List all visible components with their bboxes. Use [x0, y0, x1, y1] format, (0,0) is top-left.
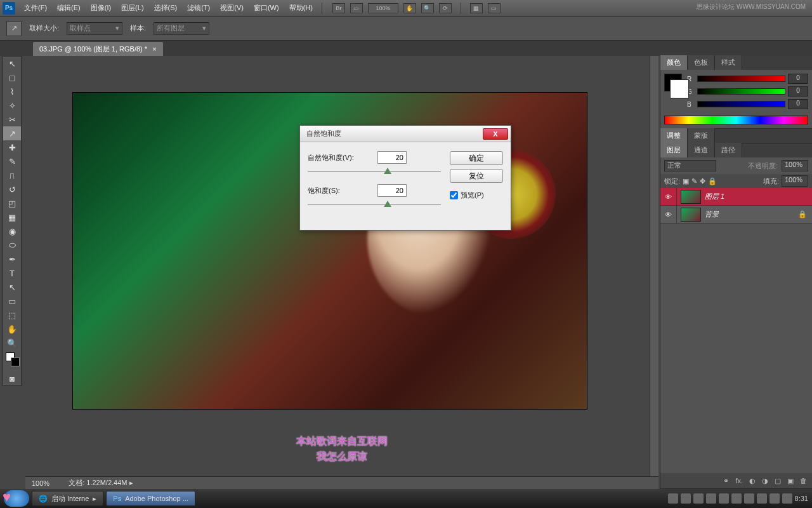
quickmask-icon[interactable]: ◙ [3, 371, 21, 385]
ok-button[interactable]: 确定 [450, 151, 503, 165]
tray-icon[interactable] [744, 493, 754, 504]
menu-help[interactable]: 帮助(H) [284, 1, 318, 15]
menu-image[interactable]: 图像(I) [86, 1, 116, 15]
preview-check-input[interactable] [450, 191, 458, 199]
eyedropper-tool-icon[interactable]: ↗ [6, 21, 22, 36]
menu-filter[interactable]: 滤镜(T) [182, 1, 215, 15]
mask-icon[interactable]: ◐ [749, 477, 756, 485]
menu-select[interactable]: 选择(S) [149, 1, 183, 15]
layer-row[interactable]: 👁 背景 🔒 [660, 206, 812, 224]
zoom-tool-icon[interactable]: 🔍 [3, 336, 21, 350]
fx-icon[interactable]: fx. [735, 477, 743, 485]
tab-masks[interactable]: 蒙版 [688, 128, 715, 143]
3d-tool-icon[interactable]: ⬚ [3, 308, 21, 322]
tray-icon[interactable] [782, 493, 792, 504]
blur-tool-icon[interactable]: ◉ [3, 224, 21, 238]
eyedropper-tool-icon[interactable]: ↗ [3, 126, 21, 140]
zoom-combo[interactable]: 100% [368, 3, 398, 13]
taskbar-item-photoshop[interactable]: PsAdobe Photoshop ... [106, 491, 195, 506]
arrange-icon[interactable]: ▦ [470, 3, 483, 13]
layer-thumbnail[interactable] [681, 208, 701, 222]
menu-view[interactable]: 视图(V) [215, 1, 249, 15]
reset-button[interactable]: 复位 [450, 169, 503, 183]
adjustment-icon[interactable]: ◑ [762, 477, 768, 485]
vibrance-input[interactable] [377, 151, 407, 164]
document-tab[interactable]: 03.JPG @ 100% (图层 1, RGB/8) * × [33, 42, 163, 56]
status-zoom[interactable]: 100% [32, 479, 49, 487]
blend-mode-combo[interactable]: 正常 [664, 160, 716, 171]
new-layer-icon[interactable]: ▣ [787, 477, 794, 485]
tray-icon[interactable] [681, 493, 691, 504]
taskbar-item-ie[interactable]: 🌐启动 Interne▸ [32, 491, 103, 506]
brush-tool-icon[interactable]: ✎ [3, 154, 21, 168]
saturation-slider[interactable] [308, 199, 441, 211]
trash-icon[interactable]: 🗑 [800, 477, 807, 485]
crop-tool-icon[interactable]: ✂ [3, 112, 21, 126]
g-slider[interactable] [697, 88, 785, 95]
history-brush-icon[interactable]: ↺ [3, 182, 21, 196]
lock-trans-icon[interactable]: ▣ [683, 177, 689, 185]
color-swatches[interactable] [3, 350, 21, 371]
lock-pixel-icon[interactable]: ✎ [691, 177, 697, 185]
tray-icon[interactable] [706, 493, 716, 504]
move-tool-icon[interactable]: ↖ [3, 57, 21, 70]
heal-tool-icon[interactable]: ✚ [3, 140, 21, 154]
tab-channels[interactable]: 通道 [688, 143, 715, 157]
tray-icon[interactable] [668, 493, 678, 504]
r-value[interactable]: 0 [788, 74, 808, 84]
tab-color[interactable]: 颜色 [660, 55, 688, 70]
shape-tool-icon[interactable]: ▭ [3, 294, 21, 308]
close-tab-icon[interactable]: × [152, 45, 156, 53]
layer-row[interactable]: 👁 图层 1 [660, 188, 812, 206]
gradient-tool-icon[interactable]: ▦ [3, 210, 21, 224]
tray-icon[interactable] [693, 493, 704, 504]
tray-icon[interactable] [757, 493, 767, 504]
menu-layer[interactable]: 图层(L) [116, 1, 148, 15]
b-slider[interactable] [697, 101, 785, 107]
rotate-icon[interactable]: ⟳ [439, 3, 452, 13]
marquee-tool-icon[interactable]: ◻ [3, 70, 21, 84]
close-button[interactable]: X [483, 128, 508, 140]
layer-thumbnail[interactable] [681, 190, 701, 204]
eraser-tool-icon[interactable]: ◰ [3, 196, 21, 210]
lock-all-icon[interactable]: 🔒 [708, 177, 717, 185]
lock-pos-icon[interactable]: ✥ [700, 177, 705, 185]
wand-tool-icon[interactable]: ✧ [3, 98, 21, 112]
opacity-value[interactable]: 100% [782, 160, 808, 171]
foreground-background-swatch[interactable] [664, 74, 682, 91]
type-tool-icon[interactable]: T [3, 266, 21, 280]
sample-layers-combo[interactable]: 所有图层▾ [154, 22, 209, 35]
visibility-icon[interactable]: 👁 [660, 188, 677, 205]
dodge-tool-icon[interactable]: ⬭ [3, 238, 21, 252]
workspace-icon[interactable]: ▭ [488, 3, 501, 13]
layer-name[interactable]: 图层 1 [705, 192, 724, 201]
pen-tool-icon[interactable]: ✒ [3, 252, 21, 266]
vibrance-slider[interactable] [308, 166, 441, 178]
system-tray[interactable]: 8:31 [668, 493, 808, 504]
dialog-titlebar[interactable]: 自然饱和度 X [300, 126, 511, 142]
tab-adjustments[interactable]: 调整 [660, 128, 688, 143]
menu-edit[interactable]: 编辑(E) [52, 1, 86, 15]
b-value[interactable]: 0 [788, 99, 808, 109]
link-icon[interactable]: ⚭ [723, 477, 729, 485]
canvas-area[interactable]: 本站歌词来自互联网 我怎么原谅 [25, 56, 658, 476]
fill-value[interactable]: 100% [782, 175, 808, 187]
bridge-icon[interactable]: Br [332, 3, 345, 13]
hand-tool-icon[interactable]: ✋ [3, 322, 21, 336]
tab-styles[interactable]: 样式 [715, 55, 742, 70]
tab-layers[interactable]: 图层 [660, 143, 688, 157]
lasso-tool-icon[interactable]: ⌇ [3, 84, 21, 98]
vertical-scrollbar[interactable] [650, 56, 658, 476]
saturation-input[interactable] [377, 184, 407, 197]
tray-icon[interactable] [769, 493, 780, 504]
layer-name[interactable]: 背景 [705, 210, 719, 219]
color-spectrum[interactable] [664, 116, 808, 124]
r-slider[interactable] [697, 76, 785, 82]
hand-icon[interactable]: ✋ [403, 3, 416, 13]
screen-mode-icon[interactable]: ▭ [350, 3, 363, 13]
tray-icon[interactable] [731, 493, 742, 504]
path-select-icon[interactable]: ↖ [3, 280, 21, 294]
tray-icon[interactable] [719, 493, 729, 504]
tab-paths[interactable]: 路径 [715, 143, 742, 157]
visibility-icon[interactable]: 👁 [660, 206, 677, 223]
